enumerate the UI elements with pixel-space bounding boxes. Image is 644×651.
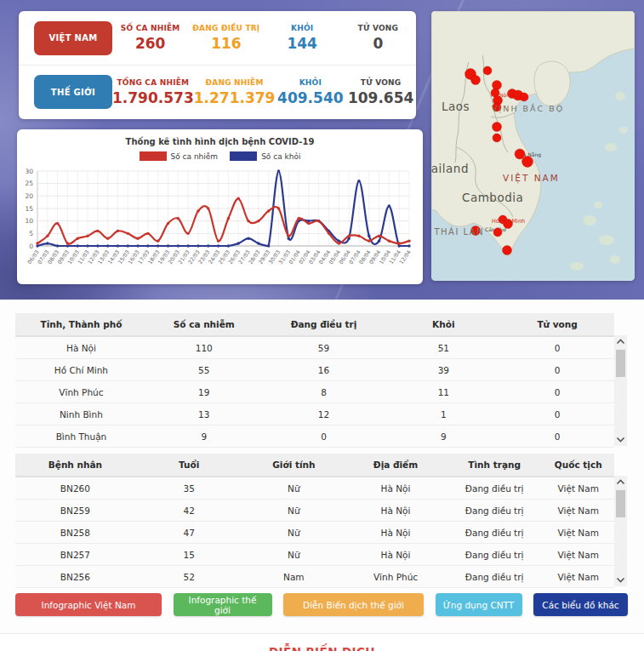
table-cell: Đang điều trị [447, 477, 543, 500]
stat-value: 260 [112, 35, 188, 52]
scroll-down-button[interactable] [614, 433, 627, 446]
chart-point [167, 244, 169, 247]
other-charts-button[interactable]: Các biểu đồ khác [533, 593, 628, 616]
scrollbar-thumb[interactable] [616, 350, 625, 377]
table-cell: Hà Nội [345, 544, 447, 566]
table-cell: Việt Nam [542, 477, 614, 500]
chart-point [267, 209, 270, 212]
table-cell: BN257 [15, 544, 135, 566]
chart-point [66, 242, 69, 244]
scrollbar-thumb[interactable] [616, 490, 625, 517]
scroll-up-button[interactable] [614, 335, 627, 348]
chart-point [307, 222, 310, 225]
case-marker[interactable] [493, 123, 502, 132]
case-marker[interactable] [493, 228, 502, 237]
infographic-world-button[interactable]: Infographic thế giới [174, 593, 272, 616]
case-marker[interactable] [503, 246, 512, 255]
chart-point [86, 235, 88, 237]
patient-row[interactable]: BN25715NữHà NộiĐang điều trịViệt Nam [15, 544, 614, 566]
chevron-down-icon [616, 577, 625, 583]
chart-point [96, 230, 99, 232]
chart-point [177, 217, 180, 220]
province-row[interactable]: Hồ Chí Minh5516390 [15, 359, 614, 381]
column-header: Giới tính [243, 454, 345, 477]
chart-point [307, 220, 310, 222]
table-cell: Nam [243, 566, 345, 588]
table-cell: Hà Nội [15, 336, 147, 359]
chart-point [96, 244, 99, 247]
table-cell: 15 [135, 544, 243, 566]
table-cell: 35 [135, 477, 243, 500]
table-cell: 11 [386, 381, 500, 403]
case-marker[interactable] [520, 93, 528, 101]
scroll-down-button[interactable] [614, 574, 627, 586]
map-label: Hồ Chí Minh [492, 218, 525, 225]
table-cell: 0 [500, 381, 614, 403]
legend-item-1[interactable]: Số ca khỏi [230, 151, 300, 161]
y-axis-tick: 5 [29, 230, 33, 237]
chart-point [217, 244, 219, 247]
chart-point [267, 244, 270, 247]
dashboard-top-section: VIỆT NAMSỐ CA NHIỄM260ĐANG ĐIỀU TRỊ116KH… [0, 0, 644, 300]
scrollbar-track[interactable] [616, 348, 625, 433]
patient-row[interactable]: BN25847NữHà NộiĐang điều trịViệt Nam [15, 522, 614, 544]
stat-value: 116 [188, 35, 264, 52]
chevron-up-icon [616, 479, 625, 485]
chart-point [127, 232, 129, 235]
stat-label: TỬ VONG [345, 78, 416, 87]
vietnam-map-panel[interactable]: Hà NộiĐà NẵngCần Thơ LaosVỊNH BẮC BỘThai… [431, 11, 635, 281]
chart-point [288, 235, 290, 237]
province-row[interactable]: Bình Thuận9090 [15, 425, 614, 448]
chart-point [36, 244, 38, 247]
world-stat-2: KHỎI409.540 [275, 78, 345, 106]
summary-stats-card: VIỆT NAMSỐ CA NHIỄM260ĐANG ĐIỀU TRỊ116KH… [19, 11, 416, 119]
province-table-scrollbar[interactable] [614, 335, 627, 446]
chart-point [207, 244, 209, 247]
world-region-button[interactable]: THẾ GIỚI [34, 75, 112, 109]
column-header: Tỉnh, Thành phố [15, 313, 147, 336]
table-cell: Nữ [243, 544, 345, 566]
world-stats-row: THẾ GIỚITỔNG CA NHIỄM1.790.573ĐANG NHIỄM… [19, 65, 416, 118]
stat-label: ĐANG ĐIỀU TRỊ [188, 24, 264, 32]
table-cell: 52 [135, 566, 243, 588]
province-row[interactable]: Ninh Bình131210 [15, 403, 614, 425]
action-buttons-row: Infographic Việt NamInfographic thế giới… [15, 593, 628, 616]
chart-point [77, 244, 79, 247]
y-axis-tick: 20 [25, 192, 33, 200]
table-header-row: Bệnh nhânTuổiGiới tínhĐịa điểmTình trạng… [15, 454, 614, 477]
chart-point [297, 217, 299, 220]
infographic-vietnam-button[interactable]: Infographic Việt Nam [15, 593, 162, 616]
table-cell: Đang điều trị [447, 544, 543, 566]
province-row[interactable]: Hà Nội11059510 [15, 336, 614, 359]
table-cell: Đang điều trị [447, 522, 543, 544]
scrollbar-track[interactable] [616, 488, 625, 574]
scroll-up-button[interactable] [614, 476, 627, 488]
stat-value: 144 [265, 35, 340, 52]
table-cell: 9 [386, 425, 500, 448]
map-svg[interactable]: Hà NộiĐà NẵngCần Thơ LaosVỊNH BẮC BỘThai… [431, 11, 635, 281]
chart-point [357, 235, 360, 237]
world-epidemic-progress-button[interactable]: Diễn Biến dịch thế giới [283, 593, 424, 616]
chart-point [257, 220, 259, 222]
it-application-button[interactable]: Ứng dụng CNTT [436, 593, 522, 616]
chart-point [357, 180, 360, 182]
table-cell: Vĩnh Phúc [345, 566, 447, 588]
patient-row[interactable]: BN25942NữHà NộiĐang điều trịViệt Nam [15, 500, 614, 522]
case-marker[interactable] [522, 157, 533, 168]
world-stat-3: TỬ VONG109.654 [345, 78, 416, 106]
chart-point [217, 239, 219, 242]
case-marker[interactable] [493, 134, 501, 142]
patient-row[interactable]: BN26035NữHà NộiĐang điều trịViệt Nam [15, 477, 614, 500]
case-marker[interactable] [483, 66, 492, 75]
province-table: Tỉnh, Thành phốSố ca nhiễmĐang điều trịK… [15, 313, 614, 448]
table-cell: BN260 [15, 477, 135, 500]
patient-row[interactable]: BN25652NamVĩnh PhúcĐang điều trịViệt Nam [15, 566, 614, 588]
map-label: VỊNH THÁI LAN [431, 226, 484, 237]
legend-item-0[interactable]: Số ca nhiễm [140, 151, 219, 161]
vietnam-region-button[interactable]: VIỆT NAM [34, 21, 112, 55]
case-marker[interactable] [471, 76, 481, 85]
province-row[interactable]: Vĩnh Phúc198110 [15, 381, 614, 403]
patient-table-scrollbar[interactable] [614, 476, 627, 586]
chart-point [317, 220, 320, 222]
vietnam-stat-3: TỬ VONG0 [340, 24, 416, 52]
